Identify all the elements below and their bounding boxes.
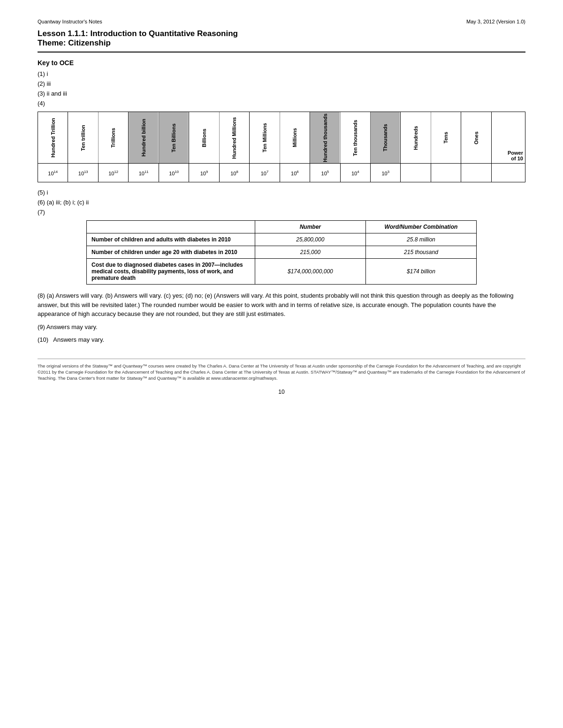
power-empty-1 — [401, 164, 431, 182]
row1-label: Number of children and adults with diabe… — [87, 233, 255, 246]
header-right: May 3, 2012 (Version 1.0) — [466, 19, 525, 24]
key-item-1: (1) i — [38, 70, 525, 77]
lesson-title-line2: Theme: Citizenship — [38, 38, 525, 48]
row1-number: 25,800,000 — [255, 233, 365, 246]
power-of-10-label: Powerof 10 — [491, 112, 525, 164]
power-14: 1014 — [38, 164, 68, 182]
key-text-6: (a) iii; (b) i; (c) ii — [47, 199, 89, 206]
col-trillions: Trillions — [98, 112, 128, 164]
data-row-2: Number of children under age 20 with dia… — [87, 246, 477, 259]
key-item-2: (2) iii — [38, 80, 525, 87]
key-text-5: i — [47, 189, 48, 196]
footer-text: The original versions of the Statway™ an… — [38, 363, 525, 381]
data-table-header-row: Number Word/Number Combination — [87, 221, 477, 233]
power-9: 109 — [189, 164, 219, 182]
power-12: 1012 — [98, 164, 128, 182]
key-item-6: (6) (a) iii; (b) i; (c) ii — [38, 199, 525, 206]
problem-8-text: (a) Answers will vary. (b) Answers will … — [38, 292, 513, 317]
col-billions: Billions — [189, 112, 219, 164]
powers-header-row: Hundred Trillion Ten trillion Trillions … — [38, 112, 525, 164]
key-text-1: i — [47, 70, 48, 77]
power-3: 103 — [370, 164, 400, 182]
power-7: 107 — [250, 164, 280, 182]
powers-table: Hundred Trillion Ten trillion Trillions … — [38, 112, 525, 182]
row1-word: 25.8 million — [365, 233, 476, 246]
header-left: Quantway Instructor's Notes — [38, 19, 102, 24]
power-empty-2 — [431, 164, 461, 182]
powers-value-row: 1014 1013 1012 1011 1010 109 108 107 106… — [38, 164, 525, 182]
col-hundred-billion: Hundred billion — [129, 112, 159, 164]
key-label-4: (4) — [38, 100, 45, 107]
row3-word: $174 billion — [365, 259, 476, 285]
key-label-7: (7) — [38, 209, 45, 216]
col-hundred-trillion: Hundred Trillion — [38, 112, 68, 164]
problem-10-text: Answers may vary. — [53, 336, 104, 343]
problem-8: (8) (a) Answers will vary. (b) Answers w… — [38, 291, 525, 319]
col-ten-billions: Ten Billions — [159, 112, 189, 164]
key-item-5: (5) i — [38, 189, 525, 196]
problem-9: (9) Answers may vary. — [38, 323, 525, 332]
power-10: 1010 — [159, 164, 189, 182]
key-label-2: (2) — [38, 80, 47, 87]
col-hundred-thousands: Hundred thousands — [310, 112, 340, 164]
row2-word: 215 thousand — [365, 246, 476, 259]
problem-9-label: (9) — [38, 323, 46, 330]
key-title: Key to OCE — [38, 59, 525, 67]
row2-number: 215,000 — [255, 246, 365, 259]
power-6: 106 — [280, 164, 310, 182]
key-label-1: (1) — [38, 70, 47, 77]
power-13: 1013 — [68, 164, 98, 182]
col-ten-millions: Ten Millions — [250, 112, 280, 164]
power-8: 108 — [219, 164, 249, 182]
title-divider — [38, 52, 525, 53]
key-item-4: (4) — [38, 100, 525, 107]
row3-label: Cost due to diagnosed diabetes cases in … — [87, 259, 255, 285]
col-millions: Millions — [280, 112, 310, 164]
col-header-word: Word/Number Combination — [365, 221, 476, 233]
col-ten-trillion: Ten trillion — [68, 112, 98, 164]
problem-8-label: (8) — [38, 292, 47, 299]
problem-10: (10) Answers may vary. — [38, 335, 525, 345]
col-thousands: Thousands — [370, 112, 400, 164]
power-empty-3 — [461, 164, 491, 182]
key-text-2: iii — [47, 80, 51, 87]
power-last-empty — [491, 164, 525, 182]
key-section: Key to OCE (1) i (2) iii (3) ii and iii … — [38, 59, 525, 107]
key-text-3: ii and iii — [47, 90, 67, 97]
key-label-5: (5) — [38, 189, 47, 196]
document-header: Quantway Instructor's Notes May 3, 2012 … — [38, 19, 525, 24]
lesson-title-line1: Lesson 1.1.1: Introduction to Quantitati… — [38, 29, 525, 38]
col-ones: Ones — [461, 112, 491, 164]
problem-10-label: (10) — [38, 336, 53, 343]
key-item-7: (7) — [38, 209, 525, 216]
problem-9-text: Answers may vary. — [46, 323, 98, 330]
footer: The original versions of the Statway™ an… — [38, 359, 525, 382]
col-tens: Tens — [431, 112, 461, 164]
col-header-label — [87, 221, 255, 233]
page-number: 10 — [38, 389, 525, 395]
row3-number: $174,000,000,000 — [255, 259, 365, 285]
row2-label: Number of children under age 20 with dia… — [87, 246, 255, 259]
title-block: Lesson 1.1.1: Introduction to Quantitati… — [38, 29, 525, 48]
data-row-3: Cost due to diagnosed diabetes cases in … — [87, 259, 477, 285]
col-hundreds: Hundreds — [401, 112, 431, 164]
power-11: 1011 — [129, 164, 159, 182]
power-5: 105 — [310, 164, 340, 182]
diabetes-data-table: Number Word/Number Combination Number of… — [86, 220, 477, 285]
col-hundred-millions: Hundred Millions — [219, 112, 249, 164]
col-ten-thousands: Ten thousands — [340, 112, 370, 164]
key-item-3: (3) ii and iii — [38, 90, 525, 97]
key-label-3: (3) — [38, 90, 47, 97]
power-4: 104 — [340, 164, 370, 182]
data-row-1: Number of children and adults with diabe… — [87, 233, 477, 246]
key-label-6: (6) — [38, 199, 47, 206]
col-header-number: Number — [255, 221, 365, 233]
